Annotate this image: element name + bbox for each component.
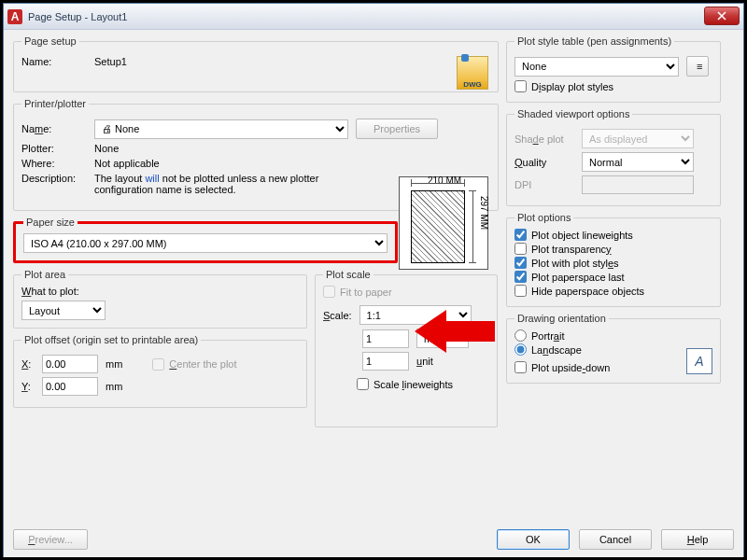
- plot-scale-legend: Plot scale: [323, 269, 374, 280]
- quality-label: Quality: [514, 157, 574, 168]
- what-to-plot-label: What to plot:: [21, 286, 299, 297]
- page-setup-legend: Page setup: [21, 35, 79, 47]
- preview-height-label: 297 MM: [479, 196, 489, 230]
- page-setup-group: Page setup DWG Name: Setup1: [13, 35, 499, 92]
- plot-paperspace-checkbox[interactable]: Plot paperspace last: [514, 271, 625, 283]
- preview-button[interactable]: Preview...: [13, 529, 88, 550]
- close-button[interactable]: [704, 7, 740, 25]
- titlebar: A Page Setup - Layout1: [4, 4, 743, 30]
- offset-x-input[interactable]: [42, 355, 98, 373]
- setup-name-label: Name:: [21, 56, 87, 67]
- where-value: Not applicable: [94, 158, 160, 169]
- plot-with-styles-checkbox[interactable]: Plot with plot styles: [514, 257, 619, 269]
- plotter-label: Plotter:: [21, 143, 87, 154]
- dwg-icon: DWG: [457, 56, 488, 90]
- portrait-radio[interactable]: Portrait: [514, 329, 564, 342]
- printer-group: Printer/plotter Name: 🖨 None Properties …: [13, 98, 499, 211]
- setup-name-value: Setup1: [94, 56, 127, 67]
- description-label: Description:: [21, 173, 87, 184]
- printer-name-label: Name:: [21, 123, 87, 134]
- paper-size-legend: Paper size: [23, 217, 78, 228]
- hide-paperspace-checkbox[interactable]: Hide paperspace objects: [514, 285, 644, 297]
- client-area: Page setup DWG Name: Setup1 Printer/plot…: [4, 30, 743, 557]
- center-plot-checkbox[interactable]: Center the plot: [152, 358, 236, 371]
- scale-numerator-input[interactable]: [362, 329, 409, 348]
- plot-area-group: Plot area What to plot: Layout: [13, 269, 307, 329]
- plot-transparency-checkbox[interactable]: Plot transparency: [514, 243, 612, 255]
- help-button[interactable]: Help: [661, 529, 734, 550]
- bottom-button-bar: Preview... OK Cancel Help: [13, 529, 734, 550]
- fit-to-paper-checkbox[interactable]: Fit to paper: [323, 286, 392, 298]
- display-plot-styles-checkbox[interactable]: Display plot styles: [514, 80, 613, 92]
- close-icon: [716, 11, 727, 21]
- upside-down-checkbox[interactable]: Plot upside-down: [514, 361, 610, 373]
- callout-arrow-icon: [415, 308, 495, 355]
- svg-marker-0: [415, 310, 495, 353]
- shaded-legend: Shaded viewport options: [514, 108, 632, 119]
- app-icon: A: [7, 9, 22, 24]
- plot-offset-legend: Plot offset (origin set to printable are…: [21, 334, 201, 345]
- paper-size-select[interactable]: ISO A4 (210.00 x 297.00 MM): [23, 233, 388, 253]
- y-label: Y:: [21, 381, 35, 392]
- what-to-plot-select[interactable]: Layout: [21, 301, 106, 320]
- printer-legend: Printer/plotter: [21, 98, 89, 109]
- orientation-icon: A: [686, 348, 712, 374]
- offset-x-unit: mm: [106, 358, 122, 370]
- ok-button[interactable]: OK: [497, 529, 570, 550]
- scale-denominator-input[interactable]: [362, 352, 409, 371]
- landscape-radio[interactable]: Landscape: [514, 343, 582, 356]
- plot-style-legend: Plot style table (pen assignments): [514, 35, 674, 47]
- description-value: The layout will not be plotted unless a …: [94, 173, 374, 195]
- plot-style-group: Plot style table (pen assignments) None …: [506, 35, 721, 103]
- scale-lineweights-checkbox[interactable]: Scale lineweights: [357, 378, 453, 390]
- offset-y-unit: mm: [106, 381, 122, 392]
- offset-y-input[interactable]: [42, 377, 98, 396]
- dpi-input[interactable]: [582, 175, 694, 194]
- plot-area-legend: Plot area: [21, 269, 68, 280]
- plot-style-select[interactable]: None: [514, 57, 679, 77]
- page-setup-window: A Page Setup - Layout1 Page setup DWG Na…: [3, 3, 744, 557]
- quality-select[interactable]: Normal: [582, 152, 694, 172]
- dpi-label: DPI: [514, 179, 574, 190]
- plot-style-edit-button[interactable]: ≡: [686, 56, 709, 77]
- plot-options-group: Plot options Plot object lineweights Plo…: [506, 212, 721, 307]
- properties-button[interactable]: Properties: [356, 119, 438, 139]
- paper-size-group: Paper size ISO A4 (210.00 x 297.00 MM): [13, 217, 398, 263]
- shade-plot-label: Shade plot: [514, 133, 574, 145]
- cancel-button[interactable]: Cancel: [579, 529, 652, 550]
- shaded-viewport-group: Shaded viewport options Shade plot As di…: [506, 108, 721, 206]
- printer-name-select[interactable]: 🖨 None: [94, 119, 348, 139]
- window-title: Page Setup - Layout1: [28, 11, 127, 22]
- plotter-value: None: [94, 143, 119, 154]
- paper-preview: 210 MM 297 MM: [399, 176, 488, 270]
- orientation-group: Drawing orientation Portrait Landscape P…: [506, 313, 721, 384]
- x-label: X:: [21, 358, 35, 370]
- scale-den-unit: unit: [416, 356, 433, 367]
- plot-options-legend: Plot options: [514, 212, 573, 223]
- scale-label: Scale:: [323, 310, 352, 321]
- where-label: Where:: [21, 158, 87, 169]
- plot-lineweights-checkbox[interactable]: Plot object lineweights: [514, 229, 633, 241]
- plot-offset-group: Plot offset (origin set to printable are…: [13, 334, 307, 408]
- preview-width-label: 210 MM: [413, 175, 476, 186]
- orientation-legend: Drawing orientation: [514, 313, 609, 324]
- shade-plot-select[interactable]: As displayed: [582, 129, 694, 148]
